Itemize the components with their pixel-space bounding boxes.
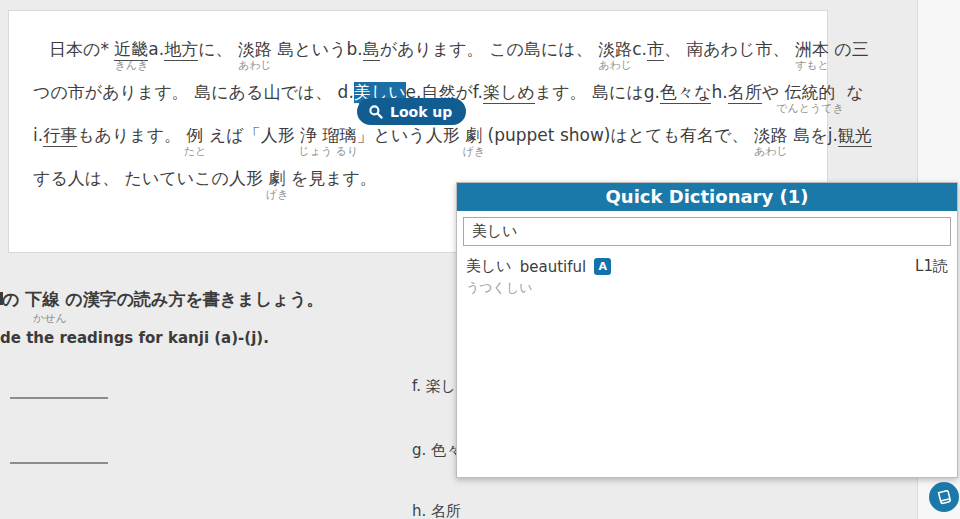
text-segment: 、 南あわじ市、 — [664, 39, 795, 60]
text-segment: 」という人形 — [357, 125, 466, 146]
exercise-heading-en: de the readings for kanji (a)-(j). — [0, 329, 269, 347]
entry-grade-badge: A — [594, 258, 611, 275]
furigana: きんき — [114, 59, 148, 72]
text-segment: 浄 瑠璃じょう るり — [300, 125, 356, 146]
text-segment: a. — [148, 39, 164, 60]
text-segment: 近畿きんき — [114, 39, 148, 61]
answer-blank-line — [10, 397, 108, 399]
look-up-button[interactable]: Look up — [357, 98, 466, 125]
furigana: じょう るり — [298, 145, 358, 158]
entry-reading: うつくしい — [466, 279, 533, 297]
text-segment: 観光 — [838, 125, 872, 147]
furigana: でんとうてき — [776, 102, 844, 115]
dictionary-toggle-button[interactable] — [929, 482, 959, 512]
furigana: たと — [184, 145, 207, 158]
text-segment: 淡路あわじ — [238, 39, 272, 60]
text-segment: 島というb. — [272, 39, 363, 60]
text-segment: h. — [711, 82, 727, 103]
text-segment: や — [762, 82, 785, 103]
look-up-label: Look up — [390, 104, 452, 120]
text-segment: な — [835, 82, 863, 103]
text-segment: の三 — [829, 39, 869, 60]
furigana: げき — [462, 145, 485, 158]
text-segment: 島をj. — [788, 125, 838, 146]
text-segment: 色々な — [660, 82, 711, 104]
text-segment: 劇げき — [268, 168, 285, 189]
exercise-heading-jp: の 下線 の漢字の読み方を書きましょう。 — [2, 288, 324, 311]
exercise-item-f: f. 楽し — [412, 377, 456, 396]
text-segment: 市 — [647, 39, 664, 61]
text-segment: 劇げき — [465, 125, 482, 146]
text-segment: を見ます。 — [285, 168, 377, 189]
text-segment: 日本の* — [49, 39, 114, 60]
reading-line: i.行事もあります。 例たと えば「人形 浄 瑠璃じょう るり」という人形 劇げ… — [33, 125, 872, 146]
text-segment: (puppet show)はとても有名で、 — [482, 125, 754, 146]
furigana: あわじ — [598, 59, 632, 72]
entry-gloss: beautiful — [520, 258, 586, 276]
text-segment: する人は、 たいていこの人形 — [33, 168, 268, 189]
entry-word: 美しい — [466, 257, 512, 276]
magnifier-icon — [368, 104, 384, 120]
text-segment: があります。 この島には、 — [380, 39, 598, 60]
furigana-kasen: かせん — [33, 311, 67, 326]
text-segment: に、 — [198, 39, 238, 60]
text-segment: i. — [33, 125, 43, 146]
text-segment: えば「人形 — [204, 125, 301, 146]
text-segment: 淡路あわじ — [598, 39, 632, 60]
text-segment: c. — [632, 39, 647, 60]
furigana: げき — [266, 188, 289, 201]
dictionary-search-input[interactable] — [463, 217, 951, 246]
text-segment: 例たと — [187, 125, 204, 146]
text-segment: つの市があります。 島にある山では、 d. — [33, 82, 354, 103]
text-segment: 行事 — [43, 125, 77, 147]
quick-dictionary-title: Quick Dictionary (1) — [457, 183, 957, 211]
text-segment: 名所 — [728, 82, 762, 104]
furigana: すもと — [795, 59, 829, 72]
entry-level-tag: L1読 — [915, 257, 948, 276]
text-segment: ます。 島にはg. — [535, 82, 660, 103]
text-segment: 島 — [363, 39, 380, 61]
furigana: あわじ — [238, 59, 272, 72]
exercise-item-h: h. 名所 — [412, 502, 461, 519]
reading-line: する人は、 たいていこの人形 劇げき を見ます。 — [33, 168, 377, 189]
text-segment: もあります。 — [77, 125, 186, 146]
answer-blank-line — [10, 462, 108, 464]
text-segment: 地方 — [164, 39, 198, 61]
furigana: あわじ — [754, 145, 788, 158]
quick-dictionary-panel: Quick Dictionary (1) 美しい beautiful A L1読… — [456, 182, 958, 478]
reading-line: 日本の* 近畿きんきa.地方に、 淡路あわじ 島というb.島があります。 この島… — [49, 39, 869, 60]
exercise-item-g: g. 色々 — [412, 441, 461, 460]
dictionary-entry-row[interactable]: 美しい beautiful A L1読 — [457, 257, 957, 276]
text-segment: 洲本すもと — [795, 39, 829, 60]
book-icon — [934, 487, 955, 508]
text-segment: 伝統的でんとうてき — [784, 82, 835, 103]
text-segment: 楽しめ — [483, 82, 535, 104]
text-segment: 淡路あわじ — [754, 125, 788, 146]
